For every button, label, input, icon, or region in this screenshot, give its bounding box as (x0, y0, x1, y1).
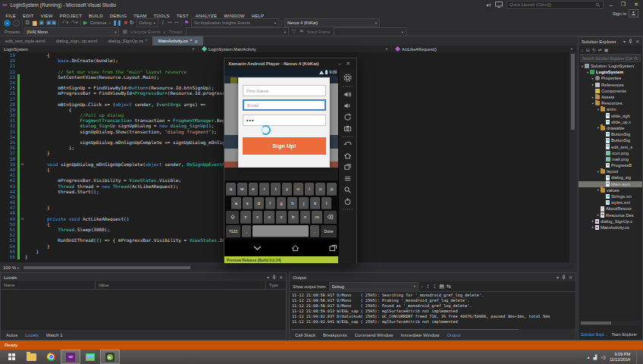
show-all-files-icon[interactable]: ▣ (604, 47, 609, 52)
clear-all-icon[interactable]: ▤ (439, 284, 444, 290)
tree-item[interactable]: ButtonSig (579, 131, 642, 137)
minimize-button[interactable]: – (607, 2, 615, 8)
editor-horizontal-scrollbar[interactable] (22, 265, 573, 270)
first-name-field[interactable]: First Name (243, 85, 326, 96)
output-tab[interactable]: Call Stack (291, 333, 319, 337)
close-panel-icon[interactable]: ✕ (569, 275, 572, 280)
camera-icon[interactable] (343, 124, 352, 133)
project-dropdown[interactable]: LoginSystem▾ (0, 46, 199, 52)
document-tab[interactable]: dialog_SignUp.cs* (102, 36, 152, 46)
quick-launch-input[interactable]: Quick Launch (Ctrl+Q) (507, 1, 604, 9)
tree-item[interactable]: ButtonSig (579, 137, 642, 143)
tree-item[interactable]: ▾Solution 'LoginSystem' (579, 63, 642, 69)
save-icon[interactable]: ▣ (39, 20, 44, 26)
backspace-key[interactable] (324, 211, 337, 224)
key-p[interactable]: p (327, 183, 337, 196)
collapse-all-icon[interactable]: ⊟ (586, 47, 590, 52)
step-out-icon[interactable]: ↤ (174, 20, 179, 26)
photos-button[interactable] (80, 350, 100, 364)
tree-item[interactable]: AboutResour (579, 206, 642, 212)
tree-item[interactable]: ▾layout (579, 168, 642, 174)
output-log[interactable]: 11-12 21:08:58.917 D/Mono ( 2595): Searc… (290, 292, 576, 328)
tree-item[interactable]: ▸Properties (579, 75, 642, 81)
key-j[interactable]: j (299, 197, 309, 210)
search-icon[interactable] (343, 186, 352, 194)
key-i[interactable]: i (305, 183, 315, 196)
emulator-minimize-button[interactable]: – (336, 61, 343, 66)
tree-horizontal-scrollbar[interactable] (580, 321, 641, 325)
key-a[interactable]: a (231, 197, 241, 210)
window-position-icon[interactable]: ▾ (623, 39, 626, 44)
tree-item[interactable]: slide_righ (579, 113, 642, 119)
fold-marker[interactable]: ⊟ (20, 216, 25, 221)
undo-icon[interactable]: ↶▾ (61, 20, 68, 26)
step-into-icon[interactable]: ↧ (161, 20, 165, 26)
tree-item[interactable]: ProgressB (579, 162, 642, 168)
done-key[interactable]: Done (321, 225, 337, 238)
chrome-button[interactable] (41, 350, 61, 364)
emulator-close-button[interactable]: ✕ (343, 61, 353, 67)
output-tab[interactable]: Output (443, 333, 464, 337)
tree-item[interactable]: Strings.xm (579, 193, 642, 199)
key-l[interactable]: l (322, 197, 331, 210)
editor-vertical-scrollbar[interactable] (569, 52, 576, 262)
symbols-key[interactable]: ?123 (226, 225, 240, 238)
settings-icon[interactable] (343, 73, 353, 83)
key-m[interactable]: m (312, 211, 322, 224)
break-all-icon[interactable]: ❚❚ (113, 20, 122, 26)
close-panel-icon[interactable]: ✕ (279, 275, 283, 280)
key-h[interactable]: h (287, 197, 297, 210)
volume-down-icon[interactable] (343, 102, 352, 110)
recent-apps-icon[interactable] (343, 163, 352, 171)
column-value[interactable]: Value (96, 281, 266, 289)
key-o[interactable]: o (315, 183, 325, 196)
key-k[interactable]: k (310, 197, 320, 210)
new-file-icon[interactable]: 🗋 (25, 20, 30, 26)
space-key[interactable] (252, 225, 309, 238)
restart-icon[interactable]: ↻ (130, 20, 134, 26)
pin-icon[interactable] (271, 275, 277, 280)
home-icon[interactable] (290, 244, 300, 252)
fold-marker[interactable]: ⊟ (20, 162, 25, 167)
tree-item[interactable]: slide_up.x (579, 119, 642, 125)
prev-message-icon[interactable]: ↥ (426, 284, 431, 290)
output-tab[interactable]: Command Window (351, 333, 397, 337)
key-v[interactable]: v (276, 211, 287, 224)
tree-item[interactable]: ▸MainActivity.cs (579, 224, 642, 231)
key-f[interactable]: f (265, 197, 275, 210)
key-g[interactable]: g (277, 197, 287, 210)
continue-label[interactable]: Continue (89, 20, 106, 25)
comma-key[interactable]: , (242, 225, 251, 238)
type-dropdown[interactable]: LoginSystem.MainActivity▾ (199, 46, 392, 52)
window-position-icon[interactable]: ▾ (267, 275, 269, 280)
close-button[interactable]: ✕ (632, 2, 641, 8)
key-u[interactable]: u (293, 183, 303, 196)
tree-item[interactable]: mail.png (579, 156, 642, 162)
navigate-back-icon[interactable]: ‹ (4, 20, 11, 27)
key-e[interactable]: e (249, 183, 259, 196)
stop-icon[interactable]: ■ (124, 20, 127, 26)
thread-dropdown[interactable]: ▾ (186, 27, 289, 36)
find-message-icon[interactable]: ⌕ (421, 284, 424, 290)
tree-item[interactable]: ▾LoginSystem (579, 69, 642, 75)
tree-item[interactable]: ▸Assets (579, 94, 642, 100)
key-q[interactable]: q (226, 183, 236, 196)
tree-item[interactable]: ▸dialog_SignUp.c (579, 218, 642, 224)
volume-up-icon[interactable] (343, 90, 352, 99)
key-y[interactable]: y (282, 183, 292, 196)
key-x[interactable]: x (252, 211, 263, 224)
sync-icon[interactable]: ↻ (592, 47, 596, 52)
column-type[interactable]: Type (266, 281, 286, 289)
next-message-icon[interactable]: ↧ (432, 284, 437, 290)
tree-item[interactable]: Main.axm (579, 181, 642, 187)
tree-item[interactable]: styles.xml (579, 199, 642, 206)
signup-button[interactable]: Sign Up! (243, 137, 326, 155)
tree-item[interactable]: edit_text_s (579, 143, 642, 149)
document-tab[interactable]: MainActivity.cs*✕ (152, 36, 203, 46)
solution-search-input[interactable]: Search Solution Explorer (Ctrl+;) (580, 54, 641, 62)
editor-zoom-dropdown[interactable]: 100 % ▾ (3, 265, 19, 270)
refresh-icon[interactable]: ⇄ (598, 47, 602, 52)
start-button[interactable] (2, 350, 21, 364)
locals-tab[interactable]: Autos (2, 333, 21, 337)
pin-icon[interactable] (561, 275, 566, 280)
